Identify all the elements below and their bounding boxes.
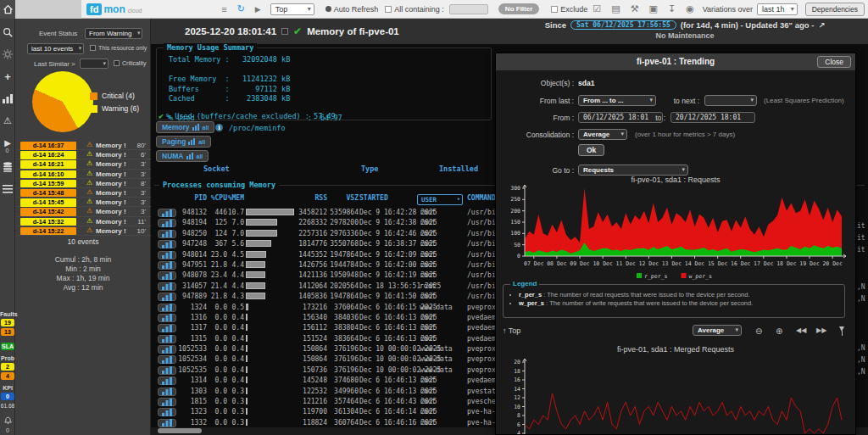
tab-paging[interactable]: Paging all	[156, 136, 211, 148]
exclude-checkbox[interactable]	[551, 6, 558, 13]
event-time-badge[interactable]: d-14 15:22	[20, 227, 76, 236]
prob-critical-badge[interactable]: 4	[1, 372, 14, 380]
faults-critical-badge[interactable]: 13	[1, 328, 14, 336]
event-row[interactable]: d-14 16:24 ⚠ Memory ! 6'	[15, 150, 151, 159]
svg-text:18 Dec: 18 Dec	[776, 260, 797, 267]
proc-mem: 5.6	[225, 240, 244, 248]
tab-numa[interactable]: NUMA all	[156, 150, 209, 162]
event-row[interactable]: d-14 15:32 ⚠ Memory ! 11'	[15, 217, 151, 226]
trending-panel-title: fi-pve-01 : Trending	[496, 53, 855, 70]
dependencies-button[interactable]: Dependencies	[805, 3, 865, 16]
events-count-select[interactable]: last 10 events	[27, 43, 84, 54]
event-row[interactable]: d-14 15:22 ⚠ Memory ! 10'	[15, 226, 151, 236]
event-row[interactable]: d-14 15:45 ⚠ Memory ! 3'	[15, 198, 151, 207]
app-logo[interactable]: fd mon cloud	[86, 3, 142, 15]
range-select[interactable]: last 1h	[757, 3, 798, 15]
period-select[interactable]: Average	[693, 325, 742, 336]
zoom-out-icon[interactable]: ⊖	[755, 326, 762, 336]
event-row[interactable]: d-14 16:10 ⚠ Memory ! 3'	[15, 170, 151, 179]
event-row[interactable]: d-14 15:48 ⚠ Memory ! 3'	[15, 188, 151, 198]
bar-chart-icon[interactable]	[0, 90, 15, 107]
memory-usage-bar	[246, 345, 248, 352]
event-time-badge[interactable]: d-14 15:48	[20, 189, 76, 198]
event-time-badge[interactable]: d-14 16:10	[20, 170, 76, 179]
to-date-input[interactable]: 20/12/2025 18:01	[670, 112, 755, 123]
info-icon[interactable]: i	[215, 124, 223, 131]
play-view-icon[interactable]: ▶	[255, 5, 261, 14]
svg-text:16 Dec: 16 Dec	[731, 260, 751, 267]
event-time-badge[interactable]: d-14 16:21	[20, 160, 76, 169]
close-button[interactable]: Close	[817, 56, 851, 68]
event-duration: 11'	[137, 218, 146, 226]
view-select[interactable]: Top	[270, 3, 314, 15]
since-date-chip[interactable]: Sat 06/12/2025 17:56:55	[570, 20, 676, 30]
ok-button[interactable]: Ok	[578, 144, 604, 156]
event-time-badge[interactable]: d-14 15:59	[20, 180, 76, 188]
type-column-header: Type	[361, 165, 378, 173]
prob-warning-badge[interactable]: 2	[1, 363, 14, 371]
rewind-icon[interactable]: ◀◀	[796, 326, 806, 334]
ack-checkbox[interactable]	[281, 28, 288, 35]
back-to-top-link[interactable]: ↑ Top	[503, 326, 520, 335]
snapshot-icon[interactable]: ◉	[686, 3, 694, 14]
user-filter-select[interactable]: USER	[417, 194, 463, 205]
event-time-badge[interactable]: d-14 15:45	[20, 198, 76, 207]
no-filter-button[interactable]: No Filter	[498, 3, 539, 14]
requests-chart[interactable]: 05010015020025030007 Dec08 Dec09 Dec10 D…	[501, 183, 850, 283]
forward-icon[interactable]: ▶▶	[816, 326, 826, 334]
tab-memory[interactable]: Memory all	[156, 121, 214, 133]
mini-chart-icon	[192, 124, 200, 131]
event-time-badge[interactable]: d-14 15:32	[20, 218, 76, 226]
proc-cpu: 0.0	[207, 345, 227, 353]
to-next-select[interactable]	[704, 95, 757, 106]
criticality-checkbox[interactable]	[114, 60, 120, 66]
proc-vsz: 1950948	[329, 271, 359, 279]
external-link-icon[interactable]: ↗	[818, 20, 825, 30]
tools-icon[interactable]: ⚒	[631, 3, 639, 14]
proc-user: root	[420, 230, 436, 237]
menu-icon[interactable]: ≡	[221, 4, 226, 14]
event-row[interactable]: d-14 16:37 ⚠ Memory ! 80'	[15, 141, 151, 150]
event-row[interactable]: d-14 15:59 ⚠ Memory ! 8'	[15, 179, 151, 188]
event-label: Memory !	[96, 180, 126, 187]
event-status-select[interactable]: From Warning	[85, 28, 142, 39]
proc-cpu: 0.0	[207, 388, 227, 395]
add-icon[interactable]: +	[0, 68, 15, 85]
this-resource-only-checkbox[interactable]	[90, 45, 96, 51]
event-time-badge[interactable]: d-14 15:42	[20, 208, 76, 216]
select-all-icon[interactable]: ☑	[593, 3, 601, 14]
pin-icon[interactable]	[838, 326, 846, 337]
settings-gear-icon[interactable]	[0, 46, 15, 63]
all-containing-checkbox[interactable]	[385, 6, 392, 13]
bell-icon[interactable]	[0, 410, 15, 427]
goto-select[interactable]: Requests	[578, 165, 688, 176]
export-icon[interactable]: ↧	[668, 3, 676, 14]
sla-badge[interactable]: SLA	[1, 343, 14, 350]
search-icon[interactable]	[0, 24, 15, 41]
event-time-badge[interactable]: d-14 16:37	[20, 142, 76, 150]
refresh-icon[interactable]: ↻	[237, 3, 245, 14]
database-icon[interactable]	[0, 159, 15, 176]
merged-requests-chart[interactable]: 201816141210864	[501, 355, 850, 435]
horizontal-scrollbar-thumb[interactable]	[158, 428, 202, 433]
containing-input[interactable]	[449, 4, 488, 14]
list-icon[interactable]	[0, 181, 15, 198]
event-time-badge[interactable]: d-14 16:24	[20, 151, 76, 159]
events-panel: Event Status From Warning last 10 events…	[15, 19, 151, 435]
alerts-warning-icon[interactable]: ⚠	[0, 112, 15, 129]
event-row[interactable]: d-14 16:21 ⚠ Memory ! 3'	[15, 159, 151, 169]
maintenance-status: No Maintenance	[507, 31, 863, 40]
print-icon[interactable]: ▣	[649, 3, 658, 14]
severity-pie-chart[interactable]	[32, 71, 93, 132]
home-icon[interactable]	[0, 0, 15, 19]
consolidation-select[interactable]: Average	[578, 129, 627, 140]
auto-refresh-radio[interactable]	[326, 6, 331, 12]
exclude-label: Exclude	[560, 5, 587, 14]
kpi-badge[interactable]: 0	[1, 393, 14, 400]
faults-warning-badge[interactable]: 19	[1, 319, 14, 326]
objects-label: Object(s) :	[498, 79, 574, 87]
report-icon[interactable]: ▤	[611, 3, 620, 14]
zoom-in-icon[interactable]: ⊕	[776, 326, 782, 336]
event-row[interactable]: d-14 15:42 ⚠ Memory ! 3'	[15, 207, 151, 216]
last-similar-select[interactable]	[80, 59, 108, 69]
